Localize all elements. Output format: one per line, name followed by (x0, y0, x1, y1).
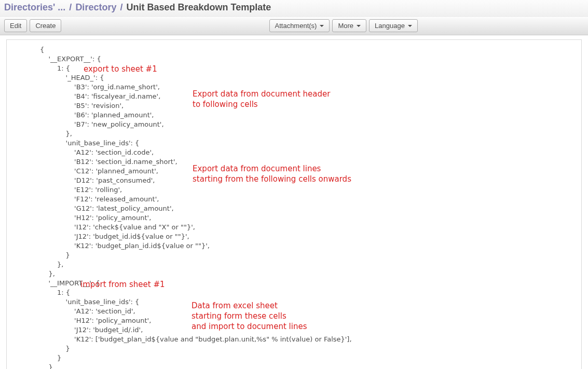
form-sheet: { '__EXPORT__': { 1: { '_HEAD_': { 'B3':… (6, 39, 582, 369)
more-dropdown[interactable]: More (332, 19, 366, 32)
edit-button[interactable]: Edit (4, 19, 27, 32)
breadcrumb-directory-link[interactable]: Directory (75, 2, 116, 12)
attachments-label: Attachment(s) (275, 22, 317, 30)
breadcrumb-separator: / (69, 2, 72, 12)
annotation-import-lines: Data from excel sheet starting form thes… (192, 300, 307, 332)
breadcrumb-root-link[interactable]: Directories' ... (4, 2, 65, 12)
language-dropdown[interactable]: Language (369, 19, 418, 32)
language-label: Language (375, 22, 405, 30)
annotation-import-sheet: import from sheet #1 (80, 279, 165, 290)
breadcrumb: Directories' ... / Directory / Unit Base… (0, 0, 588, 17)
caret-down-icon (408, 25, 412, 27)
caret-down-icon (357, 25, 361, 27)
annotation-export-lines: Export data from document lines starting… (193, 163, 351, 184)
breadcrumb-separator: / (120, 2, 122, 12)
caret-down-icon (320, 25, 324, 27)
create-button[interactable]: Create (30, 19, 61, 32)
attachments-dropdown[interactable]: Attachment(s) (269, 19, 330, 32)
annotation-export-header: Export data from document header to foll… (193, 89, 330, 110)
more-label: More (338, 22, 353, 30)
toolbar: Edit Create Attachment(s) More Language (0, 17, 588, 35)
annotation-export-sheet: export to sheet #1 (84, 64, 157, 74)
breadcrumb-current: Unit Based Breakdown Template (126, 2, 271, 12)
